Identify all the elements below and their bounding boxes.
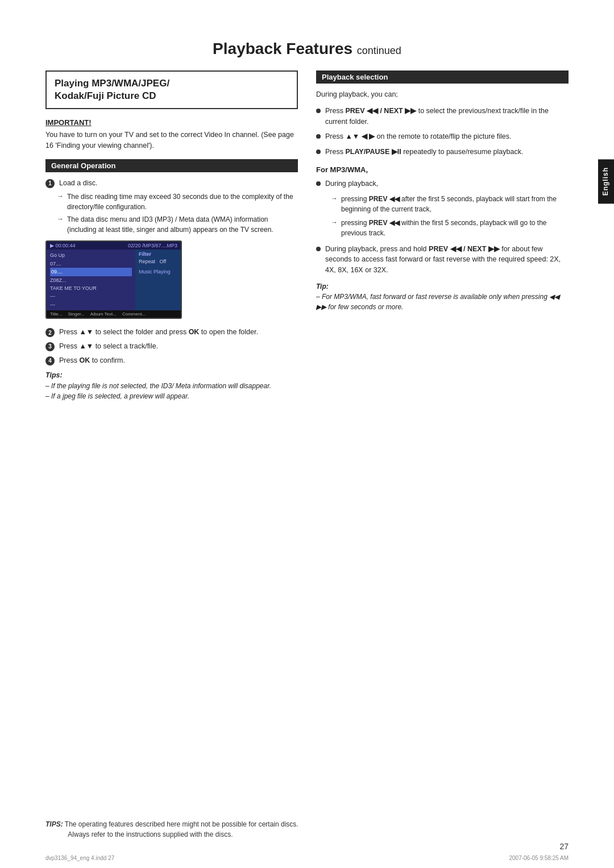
tv-file-item: --- bbox=[50, 292, 132, 300]
mp3-arrow-1: → pressing PREV ◀◀ after the first 5 sec… bbox=[331, 194, 569, 214]
tv-file-item: 07.... bbox=[50, 260, 132, 268]
step-2: 2 Press ▲▼ to select the folder and pres… bbox=[45, 327, 298, 338]
section-title: Playing MP3/WMA/JPEG/Kodak/Fuji Picture … bbox=[55, 77, 289, 102]
page-title: Playback Features continued bbox=[213, 40, 401, 57]
arrow-text-2: The data disc menu and ID3 (MP3) / Meta … bbox=[67, 214, 298, 235]
tips-bold-label: TIPS: bbox=[45, 820, 63, 828]
footer-date: 2007-06-05 9:58:25 AM bbox=[509, 855, 569, 861]
bullet-rotate-text: Press ▲▼ ◀ ▶ on the remote to rotate/fli… bbox=[325, 131, 569, 142]
tip-block: Tip: – For MP3/WMA, fast forward or fast… bbox=[316, 281, 569, 312]
arrow-symbol-2: → bbox=[57, 215, 64, 223]
bullet-during-playback: During playback, bbox=[316, 178, 569, 189]
tip-title: Tip: bbox=[316, 281, 569, 292]
step-1: 1 Load a disc. bbox=[45, 178, 298, 189]
bottom-tips-bar: TIPS: The operating features described h… bbox=[45, 819, 569, 840]
step-4: 4 Press OK to confirm. bbox=[45, 355, 298, 366]
bullet-dot-2 bbox=[316, 134, 321, 139]
page: English Playback Features continued Play… bbox=[0, 0, 614, 868]
step-number-4: 4 bbox=[45, 356, 55, 366]
tv-music-playing: Music Playing bbox=[139, 269, 177, 275]
tip-text-1: – For MP3/WMA, fast forward or fast reve… bbox=[316, 292, 569, 302]
mp3-arrow-text-1: pressing PREV ◀◀ after the first 5 secon… bbox=[341, 194, 569, 214]
tv-meta-title: Title... bbox=[50, 312, 62, 317]
playback-intro: During playback, you can; bbox=[316, 89, 569, 100]
playback-selection-heading: Playback selection bbox=[316, 70, 569, 84]
tv-file-item: --- bbox=[50, 301, 132, 309]
bullet-dot-3 bbox=[316, 149, 321, 154]
mp3-arrow-sym-1: → bbox=[331, 194, 338, 202]
bullet-play-pause: Press PLAY/PAUSE ▶II repeatedly to pause… bbox=[316, 147, 569, 157]
tv-track-info: 02/20 /MP3/67....MP3 bbox=[128, 243, 177, 248]
mp3-arrow-sym-2: → bbox=[331, 218, 338, 226]
tips-text-1: – If the playing file is not selected, t… bbox=[45, 381, 298, 391]
step-number-1: 1 bbox=[45, 179, 55, 188]
step-number-2: 2 bbox=[45, 328, 55, 337]
step-3: 3 Press ▲▼ to select a track/file. bbox=[45, 341, 298, 352]
step-3-text: Press ▲▼ to select a track/file. bbox=[59, 341, 298, 352]
page-number: 27 bbox=[559, 842, 569, 851]
footer-file: dvp3136_94_eng 4.indd 27 bbox=[45, 855, 114, 861]
step-4-text: Press OK to confirm. bbox=[59, 355, 298, 366]
bullet-prev-next: Press PREV ◀◀ / NEXT ▶▶ to select the pr… bbox=[316, 106, 569, 127]
tv-meta-comment: Comment... bbox=[122, 312, 146, 317]
tip-text-2: ▶▶ for few seconds or more. bbox=[316, 302, 569, 312]
tv-top-bar: ▶ 00:00:44 02/20 /MP3/67....MP3 bbox=[47, 242, 181, 250]
tips-bar-text: The operating features described here mi… bbox=[45, 820, 298, 838]
tv-playback-indicator: ▶ 00:00:44 bbox=[50, 243, 76, 248]
tv-file-list: Go Up 07.... 09.... Z08Z... TAKE ME TO Y… bbox=[50, 251, 132, 309]
arrow-symbol-1: → bbox=[57, 192, 64, 200]
tv-screen: ▶ 00:00:44 02/20 /MP3/67....MP3 Go Up 07… bbox=[45, 240, 182, 319]
tv-right-panel: Filter Repeat Off Music Playing bbox=[135, 250, 181, 310]
right-column: Playback selection During playback, you … bbox=[316, 70, 569, 312]
english-tab: English bbox=[598, 159, 614, 203]
tv-file-panel: Go Up 07.... 09.... Z08Z... TAKE ME TO Y… bbox=[47, 250, 135, 310]
bullet-play-pause-text: Press PLAY/PAUSE ▶II repeatedly to pause… bbox=[325, 147, 569, 157]
tv-filter-label: Filter bbox=[139, 251, 177, 257]
tv-meta-album: Album Text... bbox=[90, 312, 117, 317]
bullet-dot-1 bbox=[316, 109, 321, 113]
tv-file-item: Z08Z... bbox=[50, 276, 132, 284]
section-title-box: Playing MP3/WMA/JPEG/Kodak/Fuji Picture … bbox=[45, 70, 298, 109]
arrow-item-2: → The data disc menu and ID3 (MP3) / Met… bbox=[57, 214, 298, 235]
step-number-3: 3 bbox=[45, 342, 55, 351]
tips-block: Tips: – If the playing file is not selec… bbox=[45, 371, 298, 401]
mp3-arrow-text-2: pressing PREV ◀◀ within the first 5 seco… bbox=[341, 218, 569, 238]
tv-file-item: TAKE ME TO YOUR bbox=[50, 284, 132, 292]
step-1-text: Load a disc. bbox=[59, 178, 298, 189]
important-title: IMPORTANT! bbox=[45, 118, 298, 127]
tv-bottom-bar: Title... Singer... Album Text... Comment… bbox=[47, 310, 181, 318]
tv-meta-singer: Singer... bbox=[68, 312, 84, 317]
bullet-dot-5 bbox=[316, 247, 321, 251]
tv-file-item-selected: 09.... bbox=[50, 268, 132, 276]
arrow-text-1: The disc reading time may exceed 30 seco… bbox=[67, 192, 298, 212]
bullet-dot-4 bbox=[316, 181, 321, 186]
tips-title: Tips: bbox=[45, 371, 298, 379]
mp3-arrow-2: → pressing PREV ◀◀ within the first 5 se… bbox=[331, 218, 569, 238]
bullet-during-playback-text: During playback, bbox=[325, 178, 569, 189]
step-2-text: Press ▲▼ to select the folder and press … bbox=[59, 327, 298, 338]
important-text: You have to turn on your TV and set to t… bbox=[45, 130, 298, 151]
bullet-press-hold: During playback, press and hold PREV ◀◀ … bbox=[316, 244, 569, 276]
general-operation-heading: General Operation bbox=[45, 159, 298, 172]
left-column: Playing MP3/WMA/JPEG/Kodak/Fuji Picture … bbox=[45, 70, 298, 407]
bullet-prev-next-text: Press PREV ◀◀ / NEXT ▶▶ to select the pr… bbox=[325, 106, 569, 127]
tv-repeat: Repeat Off bbox=[139, 259, 177, 264]
bullet-press-hold-text: During playback, press and hold PREV ◀◀ … bbox=[325, 244, 569, 276]
bullet-rotate: Press ▲▼ ◀ ▶ on the remote to rotate/fli… bbox=[316, 131, 569, 142]
arrow-item-1: → The disc reading time may exceed 30 se… bbox=[57, 192, 298, 212]
important-block: IMPORTANT! You have to turn on your TV a… bbox=[45, 118, 298, 151]
for-mp3-wma-heading: For MP3/WMA, bbox=[316, 165, 569, 174]
tips-text-2: – If a jpeg file is selected, a preview … bbox=[45, 391, 298, 401]
tv-file-item: Go Up bbox=[50, 251, 132, 259]
